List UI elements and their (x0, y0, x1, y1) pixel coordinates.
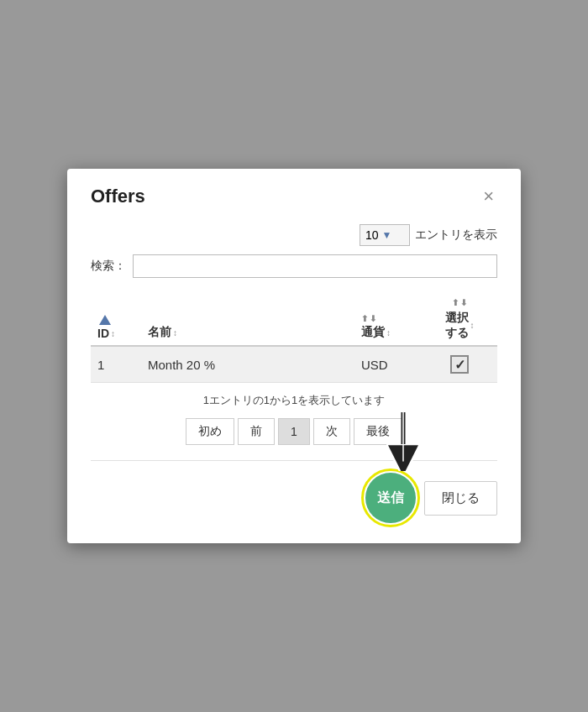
close-icon-button[interactable]: × (480, 187, 497, 206)
currency-sort-icon-down[interactable]: ⬇ (370, 314, 376, 323)
cell-id: 1 (91, 346, 141, 383)
submit-button[interactable]: 送信 (365, 473, 416, 523)
pagination-buttons: 初め 前 1 次 最後 (91, 418, 497, 445)
dialog-title: Offers (91, 186, 145, 207)
sort-up-icon (99, 315, 111, 325)
col-select-label: 選択する (445, 310, 469, 340)
dialog-overlay: Offers × 10 ▼ エントリを表示 検索： (0, 0, 588, 712)
dialog-footer: 送信 閉じる (91, 460, 497, 523)
col-currency-label: 通貨 (361, 325, 385, 340)
entries-label: エントリを表示 (415, 228, 497, 243)
currency-sort-icon-up[interactable]: ⬆ (361, 314, 368, 323)
select-sort-icon-down[interactable]: ⬇ (460, 298, 467, 307)
table-row: 1 Month 20 % USD (91, 346, 497, 383)
col-header-select: ⬆ ⬇ 選択する ↕ (422, 291, 497, 346)
entries-value: 10 (365, 228, 379, 242)
select-sort-icon-up[interactable]: ⬆ (452, 298, 459, 307)
search-label: 検索： (91, 259, 126, 274)
close-dialog-button[interactable]: 閉じる (424, 481, 497, 516)
currency-sort-pair: 通貨 ↕ (361, 325, 391, 340)
pagination-info: 1エントリの1から1を表示しています (91, 393, 497, 408)
id-sort-pair: ID ↕ (97, 327, 115, 340)
page-btn-1[interactable]: 1 (278, 418, 310, 445)
dropdown-arrow-icon: ▼ (382, 229, 392, 241)
currency-sort-icon[interactable]: ↕ (386, 328, 391, 338)
col-id-label: ID (97, 327, 109, 340)
cell-name: Month 20 % (141, 346, 354, 383)
table-header-row: ID ↕ 名前 ↕ (91, 291, 497, 346)
select-sort-pair: 選択する ↕ (445, 310, 475, 340)
dialog: Offers × 10 ▼ エントリを表示 検索： (67, 169, 521, 543)
search-row: 検索： (91, 254, 497, 278)
cell-select (422, 346, 497, 383)
col-name-label: 名前 (148, 325, 171, 340)
page-btn-last[interactable]: 最後 (354, 418, 402, 445)
col-header-currency: ⬆ ⬇ 通貨 ↕ (354, 291, 422, 346)
col-header-name: 名前 ↕ (141, 291, 354, 346)
col-header-id: ID ↕ (91, 291, 141, 346)
entries-select: 10 ▼ エントリを表示 (360, 224, 497, 246)
cell-currency: USD (354, 346, 422, 383)
search-input[interactable] (133, 254, 497, 278)
select-sort-icon[interactable]: ↕ (470, 321, 475, 330)
data-table: ID ↕ 名前 ↕ (91, 291, 497, 383)
page-btn-next[interactable]: 次 (313, 418, 350, 445)
select-checkbox[interactable] (450, 355, 469, 374)
page-btn-prev[interactable]: 前 (238, 418, 275, 445)
name-sort-icon[interactable]: ↕ (173, 328, 177, 338)
name-sort-pair: 名前 ↕ (148, 325, 177, 340)
dialog-header: Offers × (91, 186, 497, 207)
entries-dropdown[interactable]: 10 ▼ (360, 224, 410, 246)
page-btn-first[interactable]: 初め (186, 418, 234, 445)
id-sort-icon[interactable]: ↕ (111, 329, 115, 338)
